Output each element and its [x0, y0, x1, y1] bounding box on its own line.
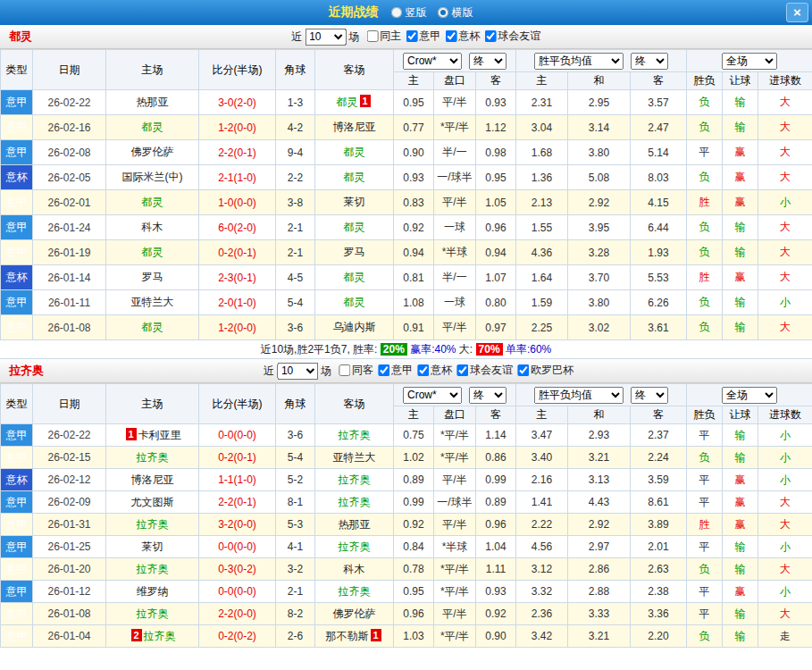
filter-option-意甲[interactable]: 意甲: [406, 29, 440, 44]
avg-draw-cell: 3.70: [568, 265, 631, 290]
close-button[interactable]: ×: [786, 3, 808, 22]
avg-type-select[interactable]: 胜平负均值: [534, 387, 624, 404]
avg-draw-cell: 2.97: [568, 536, 631, 558]
league-cell: 意甲: [1, 581, 33, 603]
date-cell: 26-02-16: [33, 115, 106, 140]
match-row: 意杯26-02-12博洛尼亚1-1(1-0)5-2拉齐奥0.89平/半0.992…: [1, 469, 812, 491]
avg-home-cell: 1.68: [516, 140, 568, 165]
handicap-result-cell: 赢: [723, 265, 758, 290]
goals-cell: 小: [758, 290, 812, 315]
goals-cell: 小: [758, 581, 812, 603]
checkbox-同主[interactable]: [366, 30, 378, 42]
team-name: 都灵: [337, 96, 358, 108]
layout-horizontal-radio[interactable]: 横版: [438, 5, 473, 21]
checkbox-意杯[interactable]: [445, 30, 456, 42]
filter-option-球会友谊[interactable]: 球会友谊: [484, 29, 540, 44]
rank-badge: 2: [131, 629, 142, 641]
handicap-cell: 平/半: [434, 603, 476, 625]
team-name: 博洛尼亚: [131, 473, 174, 486]
goals-cell: 大: [758, 265, 812, 290]
full-match-select[interactable]: 全场: [722, 387, 777, 404]
avg-home-cell: 2.36: [516, 603, 568, 625]
col-away: 客场: [315, 50, 394, 90]
away-odds-cell: 0.92: [476, 603, 516, 625]
match-count-select[interactable]: 10: [277, 363, 318, 380]
checkbox-意杯[interactable]: [417, 364, 429, 376]
handicap-result-cell: 输: [723, 290, 758, 315]
avg-draw-cell: 2.92: [568, 190, 631, 215]
dialog-title: 近期战绩: [329, 4, 379, 21]
col-avg-home: 主: [516, 72, 568, 90]
col-avg-away: 客: [631, 406, 687, 424]
away-team-cell: 都灵: [315, 290, 394, 315]
matches-table-lazio: 类型 日期 主场 比分(半场) 角球 客场 Crow* 终 胜平负均值 终: [0, 383, 812, 648]
layout-vertical-radio[interactable]: 竖版: [391, 5, 427, 21]
away-team-cell: 亚特兰大: [315, 447, 394, 469]
avg-away-cell: 2.63: [631, 558, 687, 581]
avg-away-cell: 2.20: [631, 625, 687, 648]
corner-cell: 4-5: [276, 265, 315, 290]
home-team-cell: 拉齐奥: [106, 558, 199, 581]
corner-cell: 2-1: [276, 215, 315, 240]
avg-draw-cell: 3.33: [568, 603, 631, 625]
corner-cell: 1-3: [276, 90, 315, 115]
filter-option-球会友谊[interactable]: 球会友谊: [456, 363, 513, 378]
team-name: 国际米兰(中): [122, 171, 183, 183]
goals-cell: 小: [758, 536, 812, 558]
odds-final-select[interactable]: 终: [469, 53, 506, 70]
handicap-result-cell: 输: [723, 447, 758, 469]
league-cell: 意甲: [1, 290, 33, 315]
away-team-cell: 科木: [315, 558, 394, 581]
match-row: 意甲26-01-11亚特兰大2-0(1-0)5-4都灵1.08一球0.801.5…: [1, 290, 812, 315]
avg-final-select[interactable]: 终: [631, 53, 668, 70]
result-cell: 负: [687, 90, 723, 115]
avg-draw-cell: 3.13: [568, 469, 631, 491]
corner-cell: 3-2: [276, 558, 315, 581]
away-odds-cell: 0.96: [476, 215, 516, 240]
goals-cell: 大: [758, 115, 812, 140]
match-count-select[interactable]: 10: [305, 29, 346, 46]
odds-source-select[interactable]: Crow*: [403, 387, 462, 404]
corner-cell: 8-1: [276, 491, 315, 514]
handicap-cell: *平/半: [434, 424, 476, 447]
odds-final-select[interactable]: 终: [469, 387, 506, 404]
checkbox-欧罗巴杯[interactable]: [517, 364, 529, 376]
date-cell: 26-01-04: [33, 625, 106, 648]
result-cell: 负: [687, 215, 723, 240]
filter-option-欧罗巴杯[interactable]: 欧罗巴杯: [517, 363, 573, 378]
checkbox-意甲[interactable]: [406, 30, 417, 42]
checkbox-意甲[interactable]: [378, 364, 389, 376]
team-name: 都灵: [344, 171, 365, 183]
odds-source-select[interactable]: Crow*: [403, 53, 462, 70]
summary-segment: 大:: [459, 343, 476, 356]
avg-away-cell: 2.38: [631, 581, 687, 603]
avg-type-select[interactable]: 胜平负均值: [534, 53, 624, 70]
avg-away-cell: 2.37: [631, 424, 687, 447]
away-team-cell: 都灵: [315, 140, 394, 165]
col-date: 日期: [33, 384, 106, 424]
away-odds-cell: 1.07: [476, 265, 516, 290]
away-team-cell: 莱切: [315, 190, 394, 215]
team-name: 都灵: [344, 146, 365, 158]
checkbox-球会友谊[interactable]: [456, 364, 468, 376]
team-name: 那不勒斯: [326, 630, 369, 642]
date-cell: 26-01-11: [33, 290, 106, 315]
avg-final-select[interactable]: 终: [631, 387, 668, 404]
checkbox-球会友谊[interactable]: [484, 30, 496, 42]
score-cell: 2-2(0-0): [199, 603, 276, 625]
score-cell: 0-3(0-2): [199, 558, 276, 581]
filter-option-意杯[interactable]: 意杯: [445, 29, 480, 44]
handicap-result-cell: 输: [723, 558, 758, 581]
filter-option-意甲[interactable]: 意甲: [378, 363, 413, 378]
away-team-cell: 那不勒斯1: [315, 625, 394, 648]
filter-option-意杯[interactable]: 意杯: [417, 363, 452, 378]
filter-option-同客[interactable]: 同客: [339, 363, 373, 378]
checkbox-同客[interactable]: [339, 364, 350, 376]
filter-option-同主[interactable]: 同主: [366, 29, 401, 44]
handicap-cell: 平/半: [434, 469, 476, 491]
handicap-result-cell: 赢: [723, 514, 758, 536]
full-match-select[interactable]: 全场: [722, 53, 777, 70]
away-odds-cell: 1.14: [476, 424, 516, 447]
home-team-cell: 都灵: [106, 190, 199, 215]
filter-bar: 近 10 场 同主意甲意杯球会友谊: [291, 29, 540, 46]
